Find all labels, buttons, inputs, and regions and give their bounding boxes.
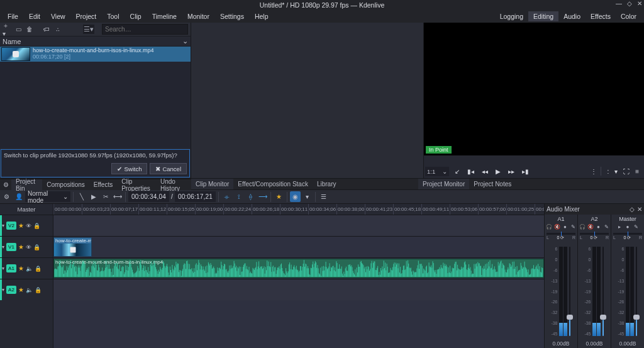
preview-render-icon[interactable]: ◉ <box>290 191 301 202</box>
minimize-icon[interactable]: — <box>616 0 622 7</box>
rec-icon[interactable]: ✎ <box>604 223 610 230</box>
monitor-ruler[interactable] <box>424 155 644 164</box>
timeline-menu-icon[interactable]: ☰ <box>318 191 329 202</box>
zone-in-icon[interactable]: ⟟ <box>233 191 244 202</box>
menu-view[interactable]: View <box>46 11 70 21</box>
star-icon[interactable]: ★ <box>18 222 24 229</box>
tab-project-monitor[interactable]: Project Monitor <box>418 179 469 189</box>
tab-project-bin[interactable]: Project Bin <box>11 179 42 190</box>
tab-clip-monitor[interactable]: Clip Monitor <box>191 179 233 189</box>
menu-timeline[interactable]: Timeline <box>147 11 182 21</box>
collapse-icon[interactable]: ▾ <box>2 244 4 250</box>
collapse-icon[interactable]: ▾ <box>2 223 4 228</box>
project-monitor[interactable]: In Point <box>424 23 644 155</box>
add-clip-icon[interactable]: ＋▾ <box>3 25 11 34</box>
mixer-close-icon[interactable]: ✕ <box>637 206 642 213</box>
prev-icon[interactable]: ▮◂ <box>465 167 476 176</box>
track-body-a1[interactable]: how-to-create-mount-and-burn-isos-in-lin… <box>53 258 544 279</box>
gear-icon[interactable]: ⚙ <box>1 191 12 202</box>
tab-effect-composition-stack[interactable]: Effect/Composition Stack <box>233 179 313 189</box>
workspace-tab-audio[interactable]: Audio <box>558 11 586 21</box>
collapse-icon[interactable]: ▾ <box>2 266 4 271</box>
star-icon[interactable]: ★ <box>18 265 24 272</box>
bin-column-header[interactable]: Name ⌄ <box>0 36 191 47</box>
menu-help[interactable]: Help <box>250 11 274 21</box>
view-mode-icon[interactable]: ☰▾ <box>83 25 94 34</box>
track-body-v1[interactable]: how-to-create-mount-and-burn-isos-in-lin… <box>53 237 544 257</box>
overwrite-icon[interactable]: ⟶ <box>257 191 268 202</box>
audio-icon[interactable]: 🔈 <box>26 287 33 293</box>
star-icon[interactable]: ★ <box>18 244 24 250</box>
mute-icon[interactable]: 🔇 <box>554 223 560 230</box>
monitor-scale[interactable]: 1:1⌄ <box>425 167 449 176</box>
fader[interactable] <box>635 247 638 336</box>
tag-icon[interactable]: 🏷 <box>42 25 51 34</box>
track-head-a1[interactable]: ▾A1★🔈🔒 <box>0 258 53 279</box>
tab-clip-properties[interactable]: Clip Properties <box>117 179 156 190</box>
marker-icon[interactable]: : <box>605 167 611 176</box>
headphone-icon[interactable]: 🎧 <box>546 223 552 230</box>
menu-project[interactable]: Project <box>71 11 102 21</box>
db-value[interactable]: 0.00dB <box>611 339 644 348</box>
rewind-icon[interactable]: ◂◂ <box>480 167 490 176</box>
audio-icon[interactable]: 🔈 <box>26 266 33 272</box>
select-tool-icon[interactable]: ╲ <box>76 191 87 202</box>
lock-icon[interactable]: 🔒 <box>33 244 40 250</box>
menu-edit[interactable]: Edit <box>24 11 45 21</box>
video-clip[interactable]: how-to-create-mount-and-burn-isos-in-lin… <box>53 237 92 257</box>
solo-icon[interactable]: ● <box>625 223 631 230</box>
tab-effects[interactable]: Effects <box>89 179 117 190</box>
lock-icon[interactable]: 🔒 <box>35 287 42 293</box>
menu-settings[interactable]: Settings <box>215 11 249 21</box>
edit-mode-select[interactable]: Normal mode⌄ <box>25 191 70 202</box>
spacer-tool-icon[interactable]: ⟷ <box>112 191 123 202</box>
tab-undo-history[interactable]: Undo History <box>156 179 191 190</box>
search-input[interactable] <box>102 24 188 35</box>
mixer-float-icon[interactable]: ◇ <box>630 206 635 213</box>
timecode-position[interactable]: 00:00:34,04 <box>128 191 169 202</box>
delete-icon[interactable]: 🗑 <box>25 25 34 34</box>
mute-icon[interactable]: 👁 <box>26 244 31 250</box>
play-icon[interactable]: ▶ <box>494 167 502 176</box>
mute-icon[interactable]: 👁 <box>26 223 31 229</box>
track-head-v1[interactable]: ▾V1★👁🔒 <box>0 237 53 257</box>
next-icon[interactable]: ▸▮ <box>520 167 531 176</box>
pan-control[interactable]: L0 ⟳R <box>578 232 611 244</box>
lock-icon[interactable]: 🔒 <box>35 266 42 272</box>
pane-gear-icon[interactable]: ⚙ <box>0 179 11 190</box>
menu-clip[interactable]: Clip <box>125 11 147 21</box>
workspace-tab-color[interactable]: Color <box>616 11 641 21</box>
bin-item[interactable]: how-to-create-mount-and-burn-isos-in-lin… <box>0 47 191 62</box>
star-icon[interactable]: ★ <box>18 286 24 293</box>
edit-mode-icon[interactable]: ↙ <box>453 167 462 176</box>
master-label[interactable]: Master <box>0 204 53 215</box>
timeline-ruler[interactable]: 00:00:00:0000:00:03;2300:00:07;1700:00:1… <box>53 204 544 215</box>
fader[interactable] <box>568 247 572 336</box>
switch-button[interactable]: ✔Switch <box>111 163 147 174</box>
pan-control[interactable]: L0 ⟳R <box>545 232 577 244</box>
tab-compositions[interactable]: Compositions <box>42 179 89 190</box>
cancel-button[interactable]: ✖Cancel <box>150 163 187 174</box>
solo-icon[interactable]: ● <box>596 223 602 230</box>
audio-clip[interactable]: how-to-create-mount-and-burn-isos-in-lin… <box>53 259 544 278</box>
fullscreen-icon[interactable]: ⛶ <box>621 167 631 176</box>
maximize-icon[interactable]: ◇ <box>627 0 632 7</box>
lock-icon[interactable]: 🔒 <box>33 223 40 229</box>
db-value[interactable]: 0.00dB <box>578 339 611 348</box>
mute-icon[interactable]: 🔇 <box>587 223 594 230</box>
rec-icon[interactable]: ✎ <box>570 223 577 230</box>
zone-out-icon[interactable]: ⟠ <box>245 191 256 202</box>
menu-monitor[interactable]: Monitor <box>182 11 214 21</box>
zone-tool-icon[interactable]: ⋮ <box>589 167 599 176</box>
track-body-v2[interactable] <box>53 215 544 236</box>
tab-project-notes[interactable]: Project Notes <box>469 179 516 189</box>
options-icon[interactable]: ▾ <box>613 167 619 176</box>
track-head-a2[interactable]: ▾A2★🔈🔒 <box>0 279 53 300</box>
track-body-a2[interactable] <box>53 279 544 300</box>
db-value[interactable]: 0.00dB <box>545 339 577 348</box>
close-icon[interactable]: ✕ <box>637 0 642 7</box>
razor-tool-icon[interactable]: ✂ <box>100 191 111 202</box>
rec-icon[interactable]: ✎ <box>633 223 639 230</box>
workspace-tab-effects[interactable]: Effects <box>586 11 616 21</box>
expand-icon[interactable]: ▸ <box>616 223 623 230</box>
